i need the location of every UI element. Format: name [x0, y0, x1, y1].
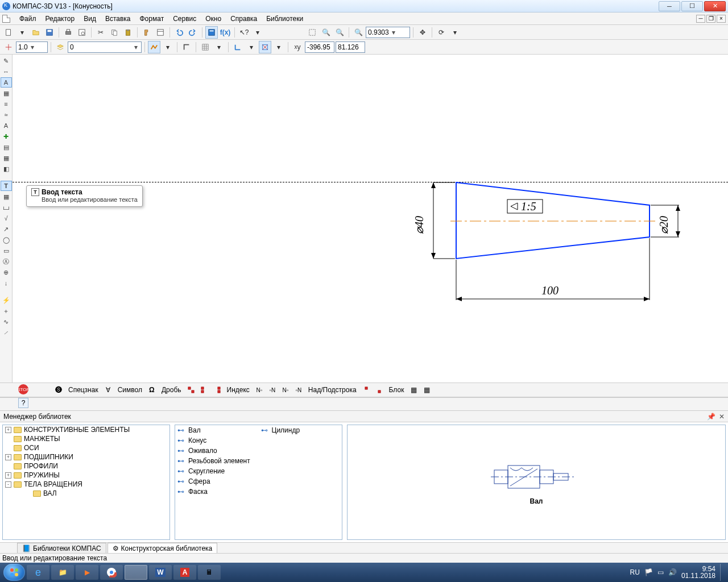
tree-item[interactable]: ПРОФИЛИ [3, 462, 169, 471]
list-item[interactable]: ⊷Резьбовой элемент [175, 456, 259, 466]
tool-brand-icon[interactable]: ◯ [1, 235, 12, 245]
fraction-icon[interactable]: Ω [146, 384, 158, 396]
print-preview-button[interactable] [76, 26, 88, 39]
palette-views-icon[interactable]: ▦ [1, 153, 12, 163]
tree-item[interactable]: ВАЛ [3, 489, 169, 498]
copy-button[interactable] [108, 26, 121, 39]
snap-dropdown[interactable]: ▾ [272, 41, 285, 53]
tool-wave-icon[interactable]: ∿ [1, 317, 12, 327]
taskbar-acrobat[interactable]: A [173, 565, 196, 580]
frac-2-icon[interactable] [198, 384, 210, 396]
variables-button[interactable]: f(x) [219, 26, 231, 39]
ortho-button[interactable] [180, 41, 193, 53]
menu-view[interactable]: Вид [80, 14, 100, 24]
drawing-canvas[interactable]: TВвод текста Ввод или редактирование тек… [13, 55, 728, 383]
new-button[interactable] [2, 26, 15, 39]
library-close-icon[interactable]: ✕ [719, 413, 725, 421]
menu-help[interactable]: Справка [227, 14, 260, 24]
palette-edit-icon[interactable]: ▦ [1, 88, 12, 98]
undo-button[interactable] [173, 26, 185, 39]
mdi-minimize-button[interactable]: ─ [696, 15, 705, 23]
specchar-icon[interactable]: 🅢 [53, 384, 64, 396]
menu-libraries[interactable]: Библиотеки [263, 14, 307, 24]
menu-insert[interactable]: Вставка [102, 14, 134, 24]
palette-reports-icon[interactable]: ▤ [1, 142, 12, 152]
rebuild-dropdown[interactable]: ▾ [449, 26, 461, 39]
coord-mode-button[interactable]: xy [291, 41, 304, 53]
polyline-style-button[interactable] [148, 41, 160, 53]
menu-file[interactable]: Файл [16, 14, 40, 24]
libraries-manager-button[interactable] [205, 26, 218, 39]
snap-toggle-button[interactable] [259, 41, 271, 53]
local-cs-dropdown[interactable]: ▾ [245, 41, 258, 53]
supersub-button[interactable]: Над/Подстрока [306, 384, 359, 396]
list-item[interactable]: ⊷Скругление [175, 466, 259, 476]
idx-4-icon[interactable]: ▫N [293, 384, 304, 396]
frac-3-icon[interactable] [212, 384, 223, 396]
grid-button[interactable] [199, 41, 212, 53]
taskbar-calc[interactable]: 🖩 [198, 565, 221, 580]
list-item[interactable]: ⊷Вал [175, 425, 259, 435]
ss-1-icon[interactable] [361, 384, 372, 396]
paste-button[interactable] [122, 26, 134, 39]
list-item[interactable]: ⊷Конус [175, 435, 259, 446]
block-2-icon[interactable]: ▦ [421, 384, 432, 396]
zoom-window-button[interactable]: 🔍 [352, 26, 365, 39]
tool-arrow-icon[interactable]: ↓ [1, 278, 12, 288]
zoom-all-button[interactable] [306, 26, 318, 39]
idx-1-icon[interactable]: N▫ [254, 384, 265, 396]
mdi-close-button[interactable]: × [717, 15, 726, 23]
tool-leader-icon[interactable]: ↗ [1, 224, 12, 234]
copy-format-button[interactable] [140, 26, 153, 39]
tray-clock[interactable]: 9:54 01.11.2018 [681, 566, 715, 579]
palette-annotations-icon[interactable]: A [1, 77, 12, 88]
menu-service[interactable]: Сервис [169, 14, 200, 24]
tool-tolerance-icon[interactable]: ⊕ [1, 267, 12, 277]
library-pin-icon[interactable]: 📌 [707, 413, 715, 421]
mdi-restore-button[interactable]: ❐ [706, 15, 715, 23]
tree-expander-icon[interactable]: + [5, 454, 11, 460]
new-dropdown[interactable]: ▾ [16, 26, 28, 39]
taskbar-chrome[interactable] [100, 565, 123, 580]
symbol-button[interactable]: Символ [115, 384, 144, 396]
properties-button[interactable] [154, 26, 167, 39]
palette-geometry-icon[interactable]: ✎ [1, 56, 12, 66]
palette-assoc-icon[interactable]: ◧ [1, 164, 12, 174]
tree-item[interactable]: +ПОДШИПНИКИ [3, 452, 169, 462]
redo-button[interactable] [187, 26, 199, 39]
index-button[interactable]: Индекс [225, 384, 252, 396]
panel-stop-button[interactable]: STOP [18, 384, 28, 394]
scale-combo[interactable]: 1.0▾ [16, 41, 48, 53]
tree-item[interactable]: +ПРУЖИНЫ [3, 471, 169, 480]
panel-help-button[interactable]: ? [18, 398, 28, 408]
tree-item[interactable]: -ТЕЛА ВРАЩЕНИЯ [3, 480, 169, 489]
palette-params-icon[interactable]: ≡ [1, 99, 12, 109]
palette-measure-icon[interactable]: ≈ [1, 110, 12, 120]
frac-1-icon[interactable] [185, 384, 197, 396]
tool-rough-icon[interactable]: √ [1, 213, 12, 223]
local-cs-button[interactable] [231, 41, 244, 53]
palette-a-icon[interactable]: A [1, 120, 12, 131]
library-tree[interactable]: +КОНСТРУКТИВНЫЕ ЭЛЕМЕНТЫ МАНЖЕТЫ ОСИ+ПОД… [2, 425, 170, 540]
tree-item[interactable]: МАНЖЕТЫ [3, 434, 169, 443]
tree-expander-icon[interactable]: - [5, 481, 11, 488]
tool-pos-icon[interactable]: Ⓐ [1, 256, 12, 267]
refresh-button[interactable]: ⟳ [435, 26, 448, 39]
tree-expander-icon[interactable]: + [5, 472, 11, 479]
bottom-tab-constructor-lib[interactable]: ⚙Конструкторская библиотека [107, 543, 218, 554]
tray-network-icon[interactable]: ▭ [657, 568, 664, 576]
polyline-dropdown[interactable]: ▾ [162, 41, 174, 53]
list-item[interactable]: ⊷Фаска [175, 487, 259, 497]
taskbar-kompas[interactable] [125, 565, 147, 580]
zoom-in-button[interactable]: 🔍 [320, 26, 332, 39]
layer-combo[interactable]: 0▾ [68, 41, 142, 53]
taskbar-ie[interactable]: e [27, 565, 49, 580]
palette-spec-icon[interactable]: ✚ [1, 131, 12, 142]
open-button[interactable] [30, 26, 42, 39]
tool-table-icon[interactable]: ▦ [1, 192, 12, 202]
coord-y-field[interactable]: 81.126 [336, 41, 365, 53]
window-close-button[interactable]: ✕ [704, 1, 726, 11]
taskbar-explorer[interactable]: 📁 [51, 565, 74, 580]
block-1-icon[interactable]: ▦ [408, 384, 419, 396]
start-button[interactable] [3, 564, 25, 581]
